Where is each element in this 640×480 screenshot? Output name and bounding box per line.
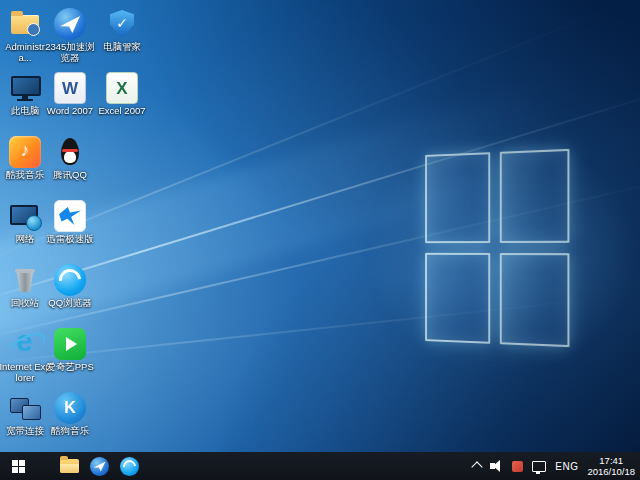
user-folder-icon xyxy=(9,8,41,40)
desktop-icon-label: 回收站 xyxy=(11,298,40,309)
browser-circle-blue-icon xyxy=(90,457,109,476)
logo-pane-bottom-right xyxy=(500,253,570,347)
iqiyi-pps-icon xyxy=(54,328,86,360)
desktop-icon-label: 网络 xyxy=(16,234,35,245)
taskbar-browser-button-2[interactable] xyxy=(114,452,144,480)
tray-network-icon[interactable] xyxy=(532,461,546,472)
taskbar: ENG 17:41 2016/10/18 xyxy=(0,452,640,480)
taskbar-file-explorer-button[interactable] xyxy=(54,452,84,480)
desktop-icon-label: 爱奇艺PPS xyxy=(46,362,94,373)
desktop-icon-label: 腾讯QQ xyxy=(53,170,87,181)
2345-browser-icon xyxy=(54,8,86,40)
desktop-icon-excel-2007[interactable]: Excel 2007 xyxy=(96,72,148,117)
recycle-bin-icon xyxy=(9,264,41,296)
kuwo-music-icon xyxy=(9,136,41,168)
desktop-icon-thunder[interactable]: 迅雷极速版 xyxy=(44,200,96,245)
desktop-icon-label: 此电脑 xyxy=(11,106,40,117)
desktop-icon-word-2007[interactable]: Word 2007 xyxy=(44,72,96,117)
desktop-icon-2345-browser[interactable]: 2345加速浏览器 xyxy=(44,8,96,63)
internet-explorer-icon xyxy=(9,328,41,360)
desktop-icon-label: 2345加速浏览器 xyxy=(44,42,96,63)
windows-hero-logo xyxy=(425,149,569,347)
desktop-icon-label: 迅雷极速版 xyxy=(46,234,94,245)
clock-date: 2016/10/18 xyxy=(587,466,635,477)
desktop-icon-label: 酷我音乐 xyxy=(6,170,44,181)
hidden-icons-chevron-icon[interactable] xyxy=(472,461,483,472)
desktop-icon-iqiyi-pps[interactable]: 爱奇艺PPS xyxy=(44,328,96,373)
desktop-wallpaper[interactable]: Administra... 此电脑 酷我音乐 网络 回收站 Internet E… xyxy=(0,0,640,452)
taskbar-pinned-apps xyxy=(54,452,144,480)
this-pc-icon xyxy=(9,72,41,104)
qq-browser-icon xyxy=(54,264,86,296)
start-button[interactable] xyxy=(0,452,36,480)
desktop-icon-qq-browser[interactable]: QQ浏览器 xyxy=(44,264,96,309)
desktop-icon-label: Excel 2007 xyxy=(98,106,145,117)
browser-circle-light-icon xyxy=(120,457,139,476)
qq-penguin-icon xyxy=(54,136,86,168)
tray-app-icon[interactable] xyxy=(512,461,523,472)
desktop-icon-kugou-music[interactable]: 酷狗音乐 xyxy=(44,392,96,437)
desktop-icon-label: 酷狗音乐 xyxy=(51,426,89,437)
desktop-icon-label: 宽带连接 xyxy=(6,426,44,437)
kugou-music-icon xyxy=(54,392,86,424)
excel-icon xyxy=(106,72,138,104)
desktop-icon-tencent-qq[interactable]: 腾讯QQ xyxy=(44,136,96,181)
network-icon xyxy=(9,200,41,232)
desktop-icon-label: Word 2007 xyxy=(47,106,93,117)
desktop-icon-pc-manager[interactable]: 电脑管家 xyxy=(96,8,148,53)
logo-pane-top-left xyxy=(425,152,490,243)
file-explorer-folder-icon xyxy=(60,459,79,473)
logo-pane-top-right xyxy=(500,149,570,243)
clock[interactable]: 17:41 2016/10/18 xyxy=(587,455,635,477)
broadband-connection-icon xyxy=(9,392,41,424)
desktop-icon-label: 电脑管家 xyxy=(103,42,141,53)
clock-time: 17:41 xyxy=(587,455,635,466)
desktop-icon-label: QQ浏览器 xyxy=(48,298,91,309)
windows-desktop-screen: Administra... 此电脑 酷我音乐 网络 回收站 Internet E… xyxy=(0,0,640,480)
language-indicator[interactable]: ENG xyxy=(555,461,578,472)
word-icon xyxy=(54,72,86,104)
logo-pane-bottom-left xyxy=(425,253,490,344)
taskbar-browser-button-1[interactable] xyxy=(84,452,114,480)
volume-icon[interactable] xyxy=(490,460,503,472)
system-tray: ENG 17:41 2016/10/18 xyxy=(473,452,640,480)
thunder-bird-icon xyxy=(54,200,86,232)
windows-logo-icon xyxy=(12,460,25,473)
pc-manager-shield-icon xyxy=(106,8,138,40)
